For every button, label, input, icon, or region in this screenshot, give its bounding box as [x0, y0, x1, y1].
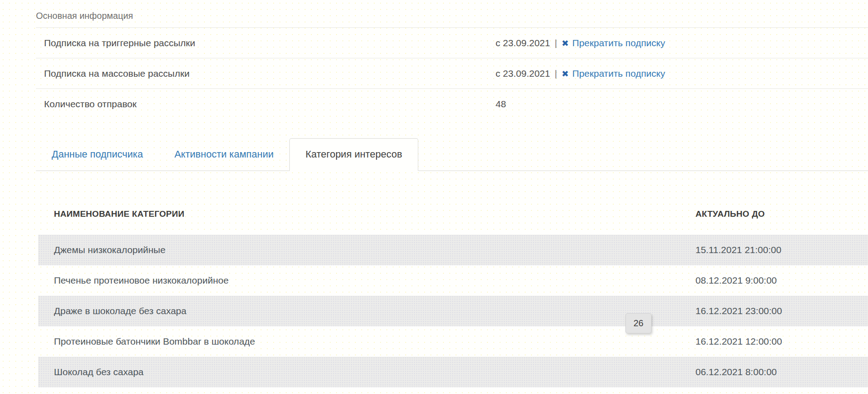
valid-until-cell: 08.12.2021 9:00:00: [695, 275, 868, 286]
category-cell: Драже в шоколаде без сахара: [38, 306, 695, 316]
category-cell: Шоколад без сахара: [38, 367, 695, 377]
page-title: Основная информация: [36, 11, 868, 21]
tab-bar: Данные подписчика Активности кампании Ка…: [36, 138, 868, 171]
unsubscribe-trigger-link[interactable]: ✖Прекратить подписку: [562, 38, 665, 48]
unsubscribe-x-icon: ✖: [562, 69, 569, 79]
info-row-label: Подписка на триггерные рассылки: [36, 38, 496, 48]
valid-until-cell: 15.11.2021 21:00:00: [695, 245, 868, 255]
unsubscribe-link-label: Прекратить подписку: [572, 38, 665, 48]
tab-interest-categories[interactable]: Категория интересов: [289, 138, 418, 171]
category-cell: Печенье протеиновое низкокалорийное: [38, 275, 695, 286]
info-row-value: с 23.09.2021|✖Прекратить подписку: [496, 68, 665, 79]
valid-until-cell: 16.12.2021 23:00:00: [695, 306, 868, 316]
tab-subscriber-data[interactable]: Данные подписчика: [36, 139, 159, 171]
separator: |: [550, 38, 561, 48]
table-row[interactable]: Драже в шоколаде без сахара 16.12.2021 2…: [38, 296, 868, 326]
column-header-category: НАИМЕНОВАНИЕ КАТЕГОРИИ: [54, 209, 184, 219]
info-row-label: Количество отправок: [36, 99, 496, 109]
send-count-value: 48: [496, 99, 506, 109]
info-row-send-count: Количество отправок 48: [36, 88, 868, 119]
valid-until-cell: 06.12.2021 8:00:00: [695, 367, 868, 377]
info-row-label: Подписка на массовые рассылки: [36, 68, 496, 79]
info-row-value: с 23.09.2021|✖Прекратить подписку: [496, 38, 665, 48]
table-row[interactable]: Шоколад без сахара 06.12.2021 8:00:00: [38, 357, 868, 387]
tab-campaign-activities[interactable]: Активности кампании: [159, 139, 289, 171]
category-cell: Протеиновые батончики Bombbar в шоколаде: [38, 336, 695, 347]
subscription-date: с 23.09.2021: [496, 38, 550, 48]
column-header-valid-until: АКТУАЛЬНО ДО: [695, 209, 765, 219]
unsubscribe-link-label: Прекратить подписку: [572, 68, 665, 79]
category-cell: Джемы низкокалорийные: [38, 245, 695, 255]
info-row-trigger-subscription: Подписка на триггерные рассылки с 23.09.…: [36, 27, 868, 58]
table-row[interactable]: Джемы низкокалорийные 15.11.2021 21:00:0…: [38, 235, 868, 265]
main-info-list: Подписка на триггерные рассылки с 23.09.…: [36, 27, 868, 119]
table-row[interactable]: Печенье протеиновое низкокалорийное 08.1…: [38, 265, 868, 296]
table-row[interactable]: Протеиновые батончики Bombbar в шоколаде…: [38, 326, 868, 357]
unsubscribe-mass-link[interactable]: ✖Прекратить подписку: [562, 68, 665, 79]
subscription-date: с 23.09.2021: [496, 68, 550, 79]
interest-categories-table: НАИМЕНОВАНИЕ КАТЕГОРИИ АКТУАЛЬНО ДО Джем…: [38, 193, 868, 387]
valid-until-cell: 16.12.2021 12:00:00: [695, 336, 868, 347]
count-badge: 26: [625, 313, 651, 333]
separator: |: [550, 68, 561, 79]
unsubscribe-x-icon: ✖: [562, 39, 569, 48]
table-header-row: НАИМЕНОВАНИЕ КАТЕГОРИИ АКТУАЛЬНО ДО: [38, 193, 868, 235]
info-row-mass-subscription: Подписка на массовые рассылки с 23.09.20…: [36, 58, 868, 88]
